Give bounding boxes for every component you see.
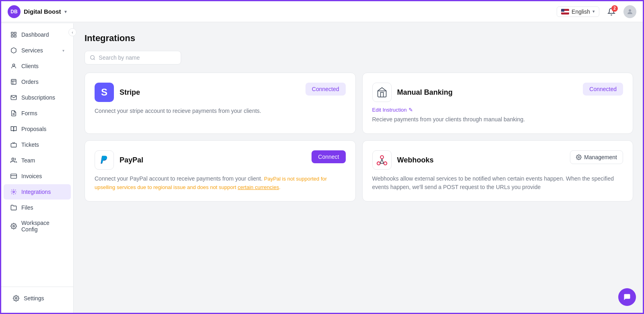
sidebar-item-tickets[interactable]: Tickets <box>4 137 71 152</box>
sidebar-item-files[interactable]: Files <box>4 200 71 215</box>
integrations-icon <box>10 188 17 195</box>
topbar-left: DB Digital Boost ▾ <box>1 5 73 18</box>
paypal-connect-button[interactable]: Connect <box>312 150 345 163</box>
webhooks-card-header: Webhooks Management <box>372 150 623 170</box>
main-content: Integrations S Stripe Connected <box>75 23 643 313</box>
svg-point-10 <box>12 158 14 160</box>
topbar-right: English ▾ 2 <box>557 5 636 18</box>
edit-pencil-icon: ✎ <box>409 107 413 113</box>
topbar: DB Digital Boost ▾ English ▾ 2 <box>1 1 643 22</box>
svg-rect-9 <box>11 143 16 147</box>
subscriptions-icon <box>10 94 17 101</box>
settings-icon <box>12 295 20 302</box>
sidebar-item-orders-label: Orders <box>21 79 39 85</box>
sidebar-item-team[interactable]: Team <box>4 153 71 168</box>
paypal-icon <box>95 150 114 170</box>
page-title: Integrations <box>85 33 633 44</box>
forms-icon <box>10 110 17 117</box>
dashboard-icon <box>10 31 17 38</box>
integration-card-webhooks: Webhooks Management Webhooks allow exter… <box>362 140 634 202</box>
edit-instruction-link[interactable]: Edit Instruction ✎ <box>372 107 623 113</box>
integration-card-manual-banking: Manual Banking Connected Edit Instructio… <box>362 73 634 134</box>
sidebar-item-invoices-label: Invoices <box>21 173 42 179</box>
sidebar-item-forms-label: Forms <box>21 110 37 116</box>
sidebar-collapse-button[interactable]: ‹ <box>68 28 76 36</box>
search-bar <box>85 51 181 64</box>
lang-chevron-icon: ▾ <box>592 9 595 14</box>
banking-card-left: Manual Banking <box>372 83 453 102</box>
sidebar-item-dashboard[interactable]: Dashboard <box>4 27 71 42</box>
orders-icon <box>10 78 17 85</box>
webhooks-management-label: Management <box>584 154 617 160</box>
services-icon <box>10 47 17 54</box>
sidebar-item-settings[interactable]: Settings <box>6 291 68 306</box>
webhooks-card-left: Webhooks <box>372 150 434 170</box>
notification-badge: 2 <box>611 5 618 12</box>
svg-point-15 <box>15 297 17 299</box>
gear-icon <box>576 154 582 160</box>
webhooks-description: Webhooks allow external services to be n… <box>372 175 623 191</box>
search-icon <box>90 54 95 61</box>
stripe-icon: S <box>95 83 114 102</box>
sidebar-item-settings-label: Settings <box>24 295 44 302</box>
invoices-icon <box>10 173 17 180</box>
stripe-connected-button[interactable]: Connected <box>305 83 346 96</box>
svg-point-5 <box>12 64 14 66</box>
stripe-description: Connect your stripe account to recieve p… <box>95 107 346 115</box>
proposals-icon <box>10 125 17 133</box>
sidebar-item-workspace-config-label: Workspace Config <box>21 220 64 233</box>
notifications-button[interactable]: 2 <box>605 5 618 18</box>
sidebar-item-forms[interactable]: Forms <box>4 106 71 121</box>
stripe-card-header: S Stripe Connected <box>95 83 346 102</box>
banking-connected-button[interactable]: Connected <box>583 83 623 96</box>
user-avatar[interactable] <box>623 5 636 18</box>
language-selector[interactable]: English ▾ <box>557 6 599 17</box>
workspace-config-icon <box>10 223 17 230</box>
paypal-description: Connect your PayPal account to receive p… <box>95 175 346 191</box>
banking-icon <box>372 83 392 102</box>
sidebar-nav: Dashboard Services ▾ Clients Orders <box>1 27 73 287</box>
webhooks-management-button[interactable]: Management <box>570 150 623 164</box>
svg-point-20 <box>380 156 384 159</box>
paypal-card-header: PayPal Connect <box>95 150 346 170</box>
brand-chevron-icon[interactable]: ▾ <box>64 9 67 15</box>
tickets-icon <box>10 141 17 148</box>
chat-icon <box>623 293 631 301</box>
sidebar-item-dashboard-label: Dashboard <box>21 31 49 38</box>
sidebar-item-clients[interactable]: Clients <box>4 58 71 74</box>
sidebar-item-workspace-config[interactable]: Workspace Config <box>4 216 71 237</box>
flag-icon <box>561 9 569 15</box>
search-input[interactable] <box>99 54 176 61</box>
sidebar-item-integrations[interactable]: Integrations <box>4 184 71 200</box>
sidebar-item-subscriptions[interactable]: Subscriptions <box>4 90 71 105</box>
paypal-name: PayPal <box>120 156 143 164</box>
stripe-name: Stripe <box>120 88 140 97</box>
sidebar-item-services-label: Services <box>21 47 43 54</box>
sidebar-item-orders[interactable]: Orders <box>4 74 71 89</box>
integration-card-paypal: PayPal Connect Connect your PayPal accou… <box>85 140 356 202</box>
sidebar-item-proposals[interactable]: Proposals <box>4 121 71 137</box>
svg-point-0 <box>629 9 631 12</box>
sidebar-item-team-label: Team <box>21 157 35 164</box>
files-icon <box>10 204 17 211</box>
services-chevron-icon: ▾ <box>62 48 64 53</box>
svg-rect-6 <box>11 79 16 84</box>
paypal-currencies-link[interactable]: certain currencies <box>238 184 279 190</box>
svg-point-14 <box>13 225 14 227</box>
sidebar-item-invoices[interactable]: Invoices <box>4 168 71 184</box>
sidebar-item-integrations-label: Integrations <box>21 189 51 195</box>
sidebar-item-tickets-label: Tickets <box>21 141 39 148</box>
sidebar-footer: Settings <box>1 287 73 310</box>
sidebar-item-files-label: Files <box>21 204 33 211</box>
svg-point-16 <box>91 56 95 60</box>
svg-rect-1 <box>11 32 13 34</box>
chat-fab-button[interactable] <box>618 288 636 306</box>
svg-point-19 <box>384 162 387 165</box>
banking-name: Manual Banking <box>397 88 453 97</box>
svg-rect-3 <box>14 35 16 37</box>
brand-logo: DB <box>8 5 21 18</box>
svg-point-21 <box>578 156 580 158</box>
sidebar-item-services[interactable]: Services ▾ <box>4 43 71 58</box>
banking-description: Recieve payments from your clients throu… <box>372 115 623 124</box>
paypal-card-left: PayPal <box>95 150 143 170</box>
